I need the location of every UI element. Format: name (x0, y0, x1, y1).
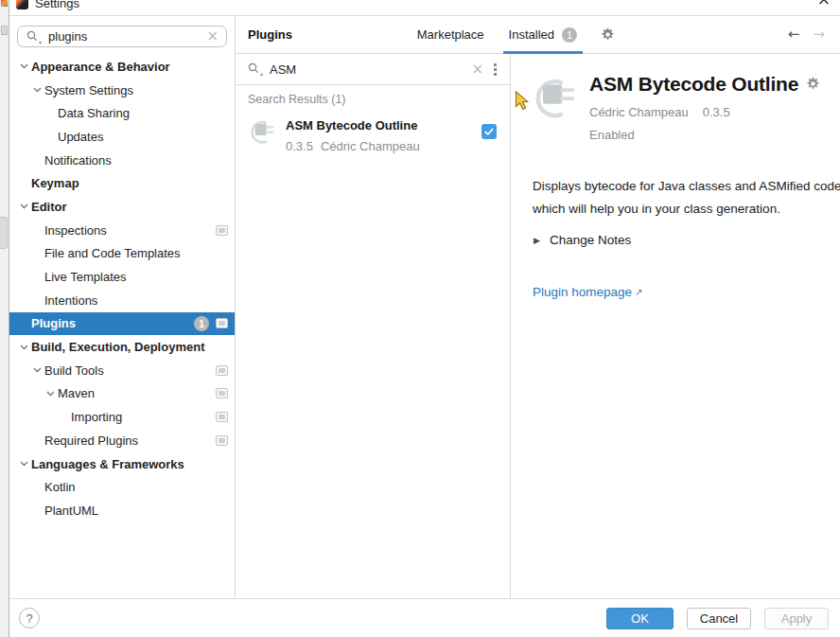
sidebar-item-label: Languages & Frameworks (31, 457, 184, 471)
sidebar-item-build-execution-deployment[interactable]: Build, Execution, Deployment (9, 335, 235, 359)
plugin-detail-panel: ASM Bytecode Outline Cédric Champeau 0.3… (511, 54, 840, 598)
sidebar-item-label: Notifications (44, 153, 112, 168)
page-indicator-icon (216, 435, 228, 446)
clear-search-icon[interactable]: × (206, 29, 219, 44)
tab-label: Installed (509, 27, 554, 42)
plugin-description: Displays bytecode for Java classes and A… (533, 175, 840, 221)
sidebar-item-label: System Settings (44, 83, 133, 97)
plugin-list: ASM Bytecode Outline0.3.5Cédric Champeau (236, 109, 510, 163)
sidebar-item-languages-frameworks[interactable]: Languages & Frameworks (9, 452, 235, 476)
close-icon[interactable]: × (817, 0, 831, 8)
help-button[interactable]: ? (19, 608, 40, 628)
search-dropdown-icon[interactable]: ▾ (39, 40, 42, 45)
sidebar-item-importing[interactable]: Importing (9, 405, 235, 429)
sidebar-item-intentions[interactable]: Intentions (9, 289, 235, 312)
plugins-tabs: MarketplaceInstalled1 (395, 16, 580, 53)
change-notes-toggle[interactable]: ▶ Change Notes (534, 233, 631, 247)
ok-button[interactable]: OK (606, 608, 674, 629)
plugin-options-gear-icon[interactable] (806, 77, 820, 95)
settings-search-field[interactable]: ▾ plugins × (17, 26, 227, 47)
chevron-down-icon[interactable] (17, 63, 31, 69)
sidebar-item-keymap[interactable]: Keymap (9, 171, 235, 195)
plugin-homepage-label: Plugin homepage (533, 285, 632, 299)
background-app-icon (1, 0, 8, 7)
sidebar-item-plantuml[interactable]: PlantUML (9, 499, 235, 522)
settings-search-value[interactable]: plugins (48, 29, 87, 44)
clear-search-icon[interactable]: × (471, 62, 483, 77)
sidebar-item-build-tools[interactable]: Build Tools (9, 359, 235, 382)
sidebar-item-appearance-behavior[interactable]: Appearance & Behavior (9, 55, 235, 79)
page-indicator-icon (216, 318, 228, 328)
background-tool-tab (0, 217, 8, 249)
chevron-down-icon[interactable] (17, 461, 31, 467)
sidebar-item-label: Intentions (44, 293, 97, 308)
title-bar: Settings × (9, 0, 840, 16)
cancel-button[interactable]: Cancel (687, 608, 751, 629)
back-icon[interactable]: ← (788, 27, 800, 42)
plugins-header: Plugins MarketplaceInstalled1 ← → (236, 16, 840, 54)
apply-button[interactable]: Apply (764, 608, 829, 629)
chevron-down-icon[interactable] (30, 367, 44, 373)
sidebar-item-label: Required Plugins (44, 434, 138, 448)
plugin-icon (526, 72, 577, 142)
sidebar-item-plugins[interactable]: Plugins1 (9, 312, 235, 336)
chevron-down-icon[interactable] (44, 391, 58, 397)
chevron-down-icon[interactable] (30, 87, 44, 93)
chevron-down-icon[interactable] (17, 345, 31, 350)
sidebar-item-updates[interactable]: Updates (9, 125, 235, 149)
search-dropdown-icon[interactable]: ▾ (260, 72, 263, 78)
page-indicator-icon (216, 388, 228, 398)
footer-bar: ? OK Cancel Apply (9, 598, 840, 637)
search-icon (248, 61, 259, 78)
sidebar-item-system-settings[interactable]: System Settings (9, 79, 235, 102)
sidebar-item-live-templates[interactable]: Live Templates (9, 265, 235, 289)
search-results-count: Search Results (1) (248, 93, 346, 106)
sidebar-item-data-sharing[interactable]: Data Sharing (9, 101, 235, 125)
plugin-list-item[interactable]: ASM Bytecode Outline0.3.5Cédric Champeau (236, 109, 510, 163)
page-indicator-icon (216, 225, 228, 236)
background-widget-icon (1, 26, 8, 35)
sidebar-item-label: PlantUML (44, 504, 98, 518)
plugin-homepage-link[interactable]: Plugin homepage ↗ (533, 285, 642, 299)
chevron-down-icon[interactable] (17, 203, 31, 209)
page-indicator-icon (216, 412, 228, 422)
sidebar-item-inspections[interactable]: Inspections (9, 219, 235, 242)
results-count-badge: 1 (194, 316, 209, 331)
plugin-search-value[interactable]: ASM (270, 62, 296, 77)
plugin-vendor: Cédric Champeau (589, 105, 689, 119)
plugin-name: ASM Bytecode Outline (286, 118, 420, 133)
sidebar-item-label: File and Code Templates (44, 246, 181, 260)
sidebar-item-required-plugins[interactable]: Required Plugins (9, 429, 235, 452)
sidebar-item-kotlin[interactable]: Kotlin (9, 475, 235, 499)
forward-icon: → (813, 27, 825, 42)
sidebar-item-label: Plugins (31, 316, 76, 330)
sidebar-item-label: Keymap (31, 176, 79, 190)
page-title: Plugins (248, 27, 292, 42)
plugin-icon (245, 116, 275, 150)
sidebar-item-label: Appearance & Behavior (31, 60, 170, 74)
tab-installed[interactable]: Installed1 (506, 16, 580, 53)
sidebar-item-editor[interactable]: Editor (9, 195, 235, 219)
window-title: Settings (35, 0, 79, 10)
plugin-vendor: Cédric Champeau (321, 139, 420, 153)
gear-icon[interactable] (601, 27, 615, 42)
sidebar-item-label: Data Sharing (58, 106, 130, 120)
sidebar-item-label: Kotlin (44, 480, 76, 494)
plugin-version: 0.3.5 (703, 105, 730, 119)
plugin-enabled-checkbox[interactable] (481, 124, 497, 139)
sidebar-item-file-and-code-templates[interactable]: File and Code Templates (9, 242, 235, 266)
settings-sidebar: ▾ plugins × Appearance & BehaviorSystem … (9, 16, 236, 598)
external-link-icon: ↗ (635, 287, 642, 297)
plugin-search-field[interactable]: ▾ ASM × (236, 54, 510, 85)
sidebar-item-label: Build Tools (44, 363, 104, 378)
settings-dialog: Settings × ▾ plugins × Appearance & Beha… (9, 0, 840, 637)
sidebar-item-maven[interactable]: Maven (9, 382, 235, 406)
kebab-menu-icon[interactable] (494, 63, 497, 76)
sidebar-item-label: Build, Execution, Deployment (31, 340, 204, 354)
sidebar-item-label: Importing (71, 410, 122, 424)
tab-marketplace[interactable]: Marketplace (414, 16, 487, 53)
sidebar-item-notifications[interactable]: Notifications (9, 149, 235, 172)
sidebar-item-label: Editor (31, 200, 67, 214)
triangle-right-icon: ▶ (534, 236, 540, 245)
sidebar-item-label: Inspections (44, 223, 107, 238)
